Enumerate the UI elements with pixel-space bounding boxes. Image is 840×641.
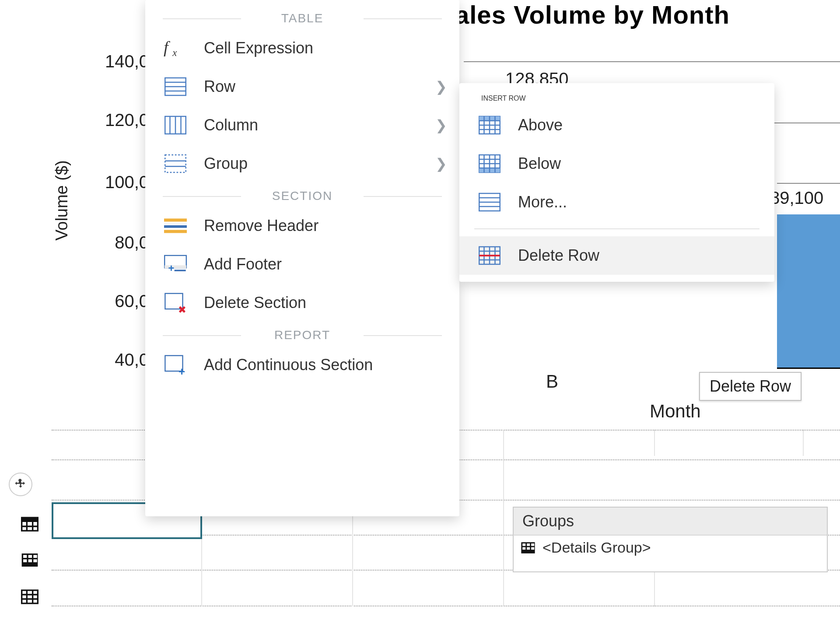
svg-rect-39: [164, 224, 187, 225]
row-submenu[interactable]: INSERT ROW Above Below More... Delete R: [459, 83, 774, 282]
y-tick-60: 60,0: [79, 291, 149, 311]
svg-rect-9: [23, 559, 27, 562]
svg-rect-7: [28, 555, 32, 558]
remove-header-icon: [163, 214, 188, 237]
column-icon: [163, 114, 188, 137]
chart-gridline: [777, 183, 840, 184]
menu-item-cell-expression[interactable]: fx Cell Expression: [145, 29, 459, 67]
submenu-header-insert-row: INSERT ROW: [481, 95, 752, 102]
details-group-label: <Details Group>: [542, 539, 651, 556]
table-grid-icon[interactable]: [20, 587, 39, 606]
delete-section-icon: [163, 291, 188, 314]
designer-grid-divider: [503, 430, 504, 606]
chevron-right-icon: ❯: [435, 155, 447, 172]
svg-rect-40: [164, 230, 187, 233]
svg-rect-1: [22, 518, 38, 522]
svg-text:+: +: [168, 263, 174, 274]
svg-rect-10: [28, 559, 32, 562]
add-continuous-section-icon: +: [163, 354, 188, 376]
chart-gridline: [464, 61, 840, 62]
menu-item-add-continuous-section[interactable]: + Add Continuous Section: [145, 346, 459, 384]
report-designer-canvas: ales Volume by Month Volume ($) 140,0 12…: [0, 0, 840, 641]
svg-rect-20: [531, 543, 534, 546]
menu-item-label: Row: [204, 77, 235, 96]
svg-text:x: x: [172, 47, 177, 58]
svg-rect-37: [164, 218, 187, 221]
designer-grid-row[interactable]: [52, 571, 840, 606]
chart-bar-b: [777, 214, 840, 368]
group-icon: [163, 152, 188, 175]
menu-item-label: Remove Header: [204, 217, 318, 235]
menu-item-label: Add Footer: [204, 255, 282, 273]
menu-item-label: Column: [204, 116, 258, 134]
menu-item-group[interactable]: Group ❯: [145, 144, 459, 183]
submenu-item-label: Above: [518, 116, 563, 134]
svg-rect-6: [23, 555, 27, 558]
delete-row-icon: [477, 244, 502, 267]
insert-row-above-icon: [477, 114, 502, 137]
submenu-item-label: Delete Row: [518, 246, 599, 265]
y-tick-40: 40,0: [79, 350, 149, 370]
insert-row-below-icon: [477, 152, 502, 175]
tooltip-delete-row: Delete Row: [699, 372, 802, 401]
menu-item-label: Cell Expression: [204, 39, 313, 57]
chart-title: ales Volume by Month: [455, 0, 730, 29]
menu-item-row[interactable]: Row ❯: [145, 67, 459, 106]
y-tick-100: 100,0: [79, 172, 149, 192]
menu-item-remove-header[interactable]: Remove Header: [145, 207, 459, 245]
svg-rect-34: [165, 155, 186, 172]
submenu-item-label: More...: [518, 193, 567, 211]
groups-panel-header: Groups: [514, 508, 827, 536]
add-footer-icon: +: [163, 253, 188, 276]
designer-grid-divider: [654, 571, 655, 606]
submenu-item-delete-row[interactable]: Delete Row: [459, 236, 774, 275]
chart-x-axis: [777, 368, 840, 369]
svg-text:f: f: [164, 38, 171, 56]
groups-panel[interactable]: Groups <Details Group>: [513, 507, 828, 572]
y-tick-80: 80,0: [79, 233, 149, 252]
svg-text:+: +: [178, 365, 185, 375]
y-tick-140: 140,0: [79, 52, 149, 71]
submenu-item-more[interactable]: More...: [459, 183, 774, 221]
menu-section-report: REPORT: [163, 328, 442, 342]
menu-section-table: TABLE: [163, 11, 442, 25]
svg-rect-8: [33, 555, 37, 558]
move-icon: [11, 475, 30, 494]
move-handle-button[interactable]: [9, 473, 32, 496]
y-axis-label: Volume ($): [52, 160, 71, 241]
table-header-icon[interactable]: [20, 515, 39, 534]
fx-icon: fx: [163, 37, 188, 60]
svg-rect-23: [531, 547, 534, 550]
y-tick-120: 120,0: [79, 110, 149, 130]
menu-item-delete-section[interactable]: Delete Section: [145, 284, 459, 322]
x-axis-label: Month: [650, 401, 701, 422]
menu-item-add-footer[interactable]: + Add Footer: [145, 245, 459, 284]
svg-rect-19: [527, 543, 530, 546]
svg-rect-18: [522, 543, 525, 546]
x-tick-b: B: [546, 371, 558, 392]
svg-rect-11: [33, 559, 37, 562]
row-icon: [163, 75, 188, 98]
context-menu[interactable]: TABLE fx Cell Expression Row ❯ Column ❯: [145, 0, 459, 516]
chevron-right-icon: ❯: [435, 117, 447, 133]
svg-rect-12: [22, 590, 38, 603]
submenu-item-below[interactable]: Below: [459, 144, 774, 183]
designer-grid-divider: [201, 535, 202, 606]
submenu-item-label: Below: [518, 154, 561, 173]
submenu-separator: [474, 228, 760, 229]
menu-item-label: Add Continuous Section: [204, 356, 373, 374]
svg-rect-21: [522, 547, 525, 550]
menu-section-section: SECTION: [163, 189, 442, 203]
chevron-right-icon: ❯: [435, 78, 447, 95]
menu-item-label: Group: [204, 154, 248, 173]
menu-item-column[interactable]: Column ❯: [145, 106, 459, 144]
chart-data-label-b: 89,100: [770, 188, 823, 208]
designer-grid-divider: [654, 430, 655, 456]
more-rows-icon: [477, 191, 502, 214]
designer-grid-divider: [803, 430, 804, 456]
table-body-icon[interactable]: [20, 550, 39, 570]
groups-panel-item[interactable]: <Details Group>: [514, 536, 827, 560]
details-group-icon: [521, 540, 536, 555]
menu-item-label: Delete Section: [204, 294, 306, 312]
submenu-item-above[interactable]: Above: [459, 106, 774, 144]
